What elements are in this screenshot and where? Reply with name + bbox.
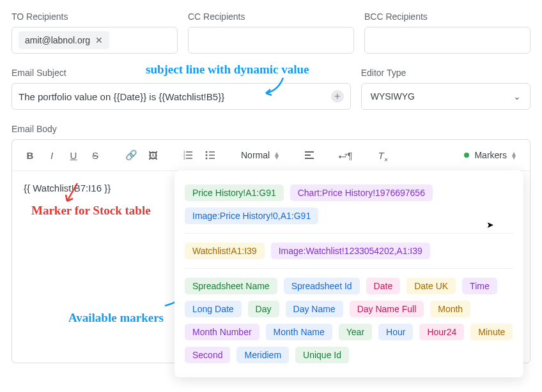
to-input[interactable]: amit@labnol.org ✕ [12,27,178,54]
recipient-chip[interactable]: amit@labnol.org ✕ [19,31,109,49]
strike-button[interactable]: S [86,146,104,164]
status-dot-icon [464,153,469,158]
body-label: Email Body [12,124,530,134]
editor-type-select[interactable]: WYSIWYG ⌄ [361,83,530,110]
marker-tag[interactable]: Watchlist!A1:I39 [185,243,265,259]
recipient-email: amit@labnol.org [25,35,90,45]
marker-tag[interactable]: Hour [378,324,413,340]
marker-tag[interactable]: Day Name Full [350,301,424,317]
cc-input[interactable] [188,27,354,54]
subject-input[interactable]: The portfolio value on {{Date}} is {{Wat… [12,83,351,110]
editor-container: B I U S 🔗 🖼 123 Normal ▴▾ ⮐¶ T✕ Markers … [12,139,530,363]
underline-button[interactable]: U [65,146,82,164]
bcc-input[interactable] [364,27,530,54]
italic-button[interactable]: I [43,146,61,164]
markers-button[interactable]: Markers ▴▾ [459,147,521,163]
svg-text:3: 3 [183,156,185,160]
marker-tag[interactable]: Image:Price History!0,A1:G91 [185,207,318,224]
bold-button[interactable]: B [21,146,39,164]
svg-point-3 [206,151,208,153]
align-button[interactable] [300,146,318,164]
marker-tag[interactable]: Hour24 [419,324,464,340]
marker-tag[interactable]: Spreadsheet Id [284,278,360,294]
markers-label: Markers [474,150,507,160]
markers-panel: Price History!A1:G91Chart:Price History!… [174,170,523,377]
marker-tag[interactable]: Long Date [185,301,242,317]
clear-format-button[interactable]: T✕ [372,146,390,164]
arrow-icon [264,77,290,97]
mouse-cursor-icon: ➤ [486,220,494,230]
svg-point-4 [206,155,208,156]
marker-tag[interactable]: Chart:Price History!1976697656 [290,185,433,201]
marker-tag[interactable]: Image:Watchlist!1233054202,A1:I39 [271,243,430,259]
ordered-list-button[interactable]: 123 [180,146,197,164]
chevron-down-icon: ⌄ [513,91,521,102]
format-value: Normal [241,150,270,160]
marker-tag[interactable]: Date [366,278,401,294]
marker-tag[interactable]: Minute [470,324,513,340]
marker-tag[interactable]: Price History!A1:G91 [185,185,284,201]
marker-tag[interactable]: Year [339,324,372,340]
cc-label: CC Recipients [188,11,354,22]
arrow-icon [62,181,88,206]
editor-type-value: WYSIWYG [371,91,415,102]
to-label: TO Recipients [12,11,178,22]
marker-tag[interactable]: Month Number [185,324,259,340]
link-button[interactable]: 🔗 [122,146,140,164]
editor-type-label: Editor Type [361,68,530,78]
editor-toolbar: B I U S 🔗 🖼 123 Normal ▴▾ ⮐¶ T✕ Markers … [12,140,530,171]
unordered-list-button[interactable] [201,146,219,164]
remove-chip-icon[interactable]: ✕ [95,35,103,45]
svg-point-5 [206,158,208,160]
image-button[interactable]: 🖼 [144,146,162,164]
format-select[interactable]: Normal ▴▾ [237,150,283,160]
marker-tag[interactable]: Date UK [407,278,456,294]
marker-tag[interactable]: Time [462,278,497,294]
direction-button[interactable]: ⮐¶ [336,146,354,164]
sort-icon: ▴▾ [512,151,516,159]
marker-tag[interactable]: Day Name [286,301,343,317]
annotation-subject: subject line with dynamic value [146,63,309,77]
add-marker-icon[interactable]: + [331,90,344,103]
annotation-marker: Marker for Stock table [31,204,151,218]
marker-tag[interactable]: Month Name [266,324,332,340]
marker-tag[interactable]: Spreadsheet Name [185,278,277,294]
marker-tag[interactable]: Meridiem [236,347,289,363]
bcc-label: BCC Recipients [364,11,530,22]
marker-tag[interactable]: Day [248,301,279,317]
marker-tag[interactable]: Month [430,301,470,317]
marker-tag[interactable]: Second [185,347,230,363]
marker-tag[interactable]: Unique Id [295,347,349,363]
select-caret-icon: ▴▾ [275,151,279,159]
annotation-available: Available markers [68,311,164,325]
